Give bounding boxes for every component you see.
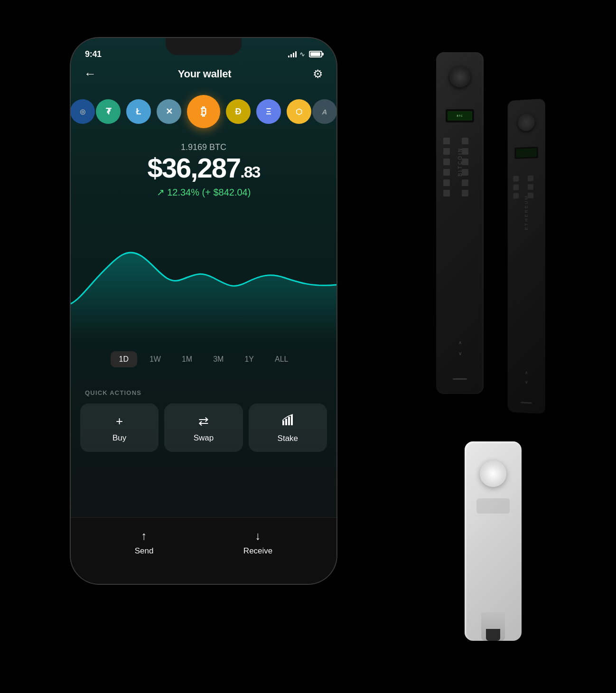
ledger-top-button-2 — [518, 113, 535, 131]
send-icon: ↑ — [141, 529, 147, 543]
page-title: Your wallet — [178, 68, 231, 80]
swap-icon: ⇄ — [198, 414, 209, 429]
svg-rect-2 — [288, 417, 290, 425]
price-chart — [71, 209, 336, 342]
ledger-body-2: Ethereum ∧ ∨ — [508, 99, 545, 414]
ledger-device-1: BTC Bitcoin ∧ ∨ — [436, 52, 484, 394]
coin-symbol: ◎ — [80, 108, 85, 115]
battery-icon — [309, 51, 322, 57]
ledger-white-screen-area — [476, 498, 510, 514]
quick-actions: + Buy ⇄ Swap — [80, 403, 327, 452]
ledger-usb-2 — [521, 402, 532, 403]
ledger-icon-item — [462, 179, 468, 186]
receive-icon: ↓ — [255, 529, 261, 543]
buy-button[interactable]: + Buy — [80, 403, 159, 452]
quick-actions-label: QUICK ACTIONS — [85, 389, 141, 396]
ledger-icon-item — [462, 159, 468, 165]
coin-symbol: ⬡ — [296, 107, 302, 116]
period-all[interactable]: ALL — [266, 351, 297, 367]
svg-rect-0 — [282, 421, 284, 425]
ledger-icon-item — [462, 190, 468, 197]
ledger-icon-item — [462, 169, 468, 176]
price-change: ↗ 12.34% (+ $842.04) — [80, 187, 327, 198]
ledger-down-arrow: ∨ — [458, 351, 462, 356]
period-1m[interactable]: 1M — [173, 351, 201, 367]
swap-button[interactable]: ⇄ Swap — [164, 403, 243, 452]
bottom-navigation: ↑ Send ↓ Receive — [71, 517, 336, 584]
page-header: ← Your wallet ⚙ — [71, 66, 336, 81]
svg-rect-1 — [285, 419, 287, 425]
coin-item[interactable]: ◎ — [71, 99, 95, 124]
coin-symbol: Ł — [136, 107, 141, 117]
settings-button[interactable]: ⚙ — [313, 67, 323, 81]
ledger-icon-item — [513, 184, 519, 190]
wifi-icon: ∿ — [299, 50, 305, 58]
status-time: 9:41 — [85, 49, 102, 59]
coin-item[interactable]: Ł — [126, 99, 151, 124]
status-icons: ∿ — [288, 50, 322, 58]
ledger-icon-item — [462, 138, 468, 144]
send-button[interactable]: ↑ Send — [135, 529, 154, 556]
ledger-white-usb — [481, 612, 505, 641]
coin-item[interactable]: Ξ — [256, 99, 281, 124]
price-section: 1.9169 BTC $36,287.83 ↗ 12.34% (+ $842.0… — [71, 142, 336, 198]
ledger-device-2-label: Ethereum — [524, 195, 529, 230]
period-1d[interactable]: 1D — [111, 351, 137, 367]
coin-item[interactable]: A — [312, 99, 336, 124]
coin-symbol: A — [322, 108, 327, 116]
back-button[interactable]: ← — [84, 66, 96, 81]
ledger-up-2: ∧ — [525, 370, 528, 375]
ledger-icon-item — [528, 176, 533, 181]
stake-label: Stake — [278, 434, 298, 443]
usd-whole: $36,287 — [148, 152, 241, 183]
ledger-icon-item — [443, 179, 450, 186]
ledger-body-1: BTC Bitcoin ∧ ∨ — [436, 52, 484, 394]
ledger-icon-item — [513, 176, 519, 181]
period-1y[interactable]: 1Y — [236, 351, 262, 367]
ledger-device-white — [465, 441, 522, 641]
notch — [166, 38, 242, 55]
ledger-screen-1: BTC — [446, 109, 474, 122]
ledger-white-body — [465, 441, 522, 641]
ledger-device-2: Ethereum ∧ ∨ — [508, 99, 545, 414]
coin-symbol: Ξ — [266, 107, 271, 117]
coin-item[interactable]: Ð — [226, 99, 251, 124]
ledger-icon-item — [443, 169, 450, 176]
period-1w[interactable]: 1W — [141, 351, 169, 367]
usd-cents: .83 — [240, 163, 260, 181]
ledger-down-2: ∨ — [525, 380, 528, 384]
stake-icon — [281, 414, 294, 429]
svg-rect-3 — [291, 415, 293, 425]
ledger-top-button — [449, 66, 470, 87]
receive-button[interactable]: ↓ Receive — [243, 529, 272, 556]
ledger-device-label: Bitcoin — [457, 147, 463, 177]
coin-item[interactable]: ⬡ — [287, 99, 311, 124]
coin-symbol: ₿ — [201, 105, 206, 118]
ledger-icon-item — [443, 190, 450, 197]
buy-label: Buy — [112, 433, 126, 443]
ledger-controls: ∧ ∨ — [458, 340, 462, 356]
ledger-usb-port — [453, 378, 467, 380]
period-3m[interactable]: 3M — [205, 351, 232, 367]
ledger-up-arrow: ∧ — [458, 340, 462, 345]
ledger-icon-item — [513, 193, 519, 198]
coin-btc-active[interactable]: ₿ — [187, 95, 220, 128]
time-period-selector: 1D 1W 1M 3M 1Y ALL — [71, 351, 336, 367]
ledger-screen-2 — [514, 147, 538, 159]
ledger-white-top-button — [480, 460, 506, 487]
ledger-icon-item — [443, 159, 450, 165]
coin-item[interactable]: ✕ — [157, 99, 181, 124]
coin-carousel: ◎ ₮ Ł ✕ ₿ Ð Ξ — [71, 95, 336, 128]
ledger-controls-2: ∧ ∨ — [525, 370, 528, 384]
coin-symbol: ₮ — [106, 106, 111, 117]
ledger-icon-item — [462, 148, 468, 155]
ledger-icon-item — [443, 148, 450, 155]
plus-icon: + — [116, 414, 123, 429]
send-label: Send — [135, 546, 154, 556]
chart-area — [71, 209, 336, 342]
coin-symbol: ✕ — [166, 106, 173, 117]
stake-button[interactable]: Stake — [249, 403, 327, 452]
ledger-icon-item — [528, 184, 533, 190]
coin-item[interactable]: ₮ — [96, 99, 121, 124]
phone: 9:41 ∿ ← Your wallet ⚙ — [71, 38, 336, 584]
